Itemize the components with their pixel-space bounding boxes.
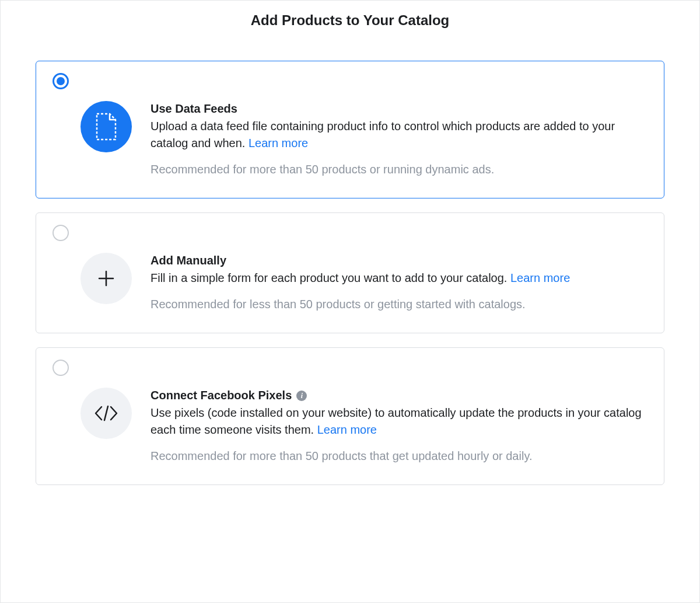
plus-icon <box>80 253 132 304</box>
option-title-text: Add Manually <box>150 254 226 267</box>
learn-more-link[interactable]: Learn more <box>249 137 308 149</box>
file-feed-icon <box>80 101 132 152</box>
option-title: Add Manually <box>150 254 226 267</box>
radio-wrapper <box>52 73 648 89</box>
learn-more-link[interactable]: Learn more <box>317 423 377 436</box>
radio-connect-pixels[interactable] <box>52 360 69 376</box>
card-body: Add Manually Fill in a simple form for e… <box>52 253 648 312</box>
info-icon[interactable]: i <box>296 391 307 401</box>
learn-more-link[interactable]: Learn more <box>510 271 570 284</box>
radio-add-manually[interactable] <box>52 225 69 241</box>
card-text: Add Manually Fill in a simple form for e… <box>150 253 648 312</box>
option-description: Upload a data feed file containing produ… <box>150 118 648 152</box>
option-card-data-feeds[interactable]: Use Data Feeds Upload a data feed file c… <box>36 61 664 198</box>
page-title: Add Products to Your Catalog <box>1 12 699 29</box>
option-title: Use Data Feeds <box>150 102 237 116</box>
option-card-add-manually[interactable]: Add Manually Fill in a simple form for e… <box>36 212 664 333</box>
options-list: Use Data Feeds Upload a data feed file c… <box>1 61 699 485</box>
option-title-text: Use Data Feeds <box>150 102 237 116</box>
card-body: Use Data Feeds Upload a data feed file c… <box>52 101 648 177</box>
option-description-text: Use pixels (code installed on your websi… <box>150 406 642 436</box>
code-icon <box>80 388 132 439</box>
radio-data-feeds[interactable] <box>52 73 69 89</box>
option-card-connect-pixels[interactable]: Connect Facebook Pixels i Use pixels (co… <box>36 347 664 485</box>
radio-dot <box>57 77 65 85</box>
svg-line-2 <box>104 406 108 420</box>
card-text: Connect Facebook Pixels i Use pixels (co… <box>150 388 648 464</box>
card-text: Use Data Feeds Upload a data feed file c… <box>150 101 648 177</box>
option-title-text: Connect Facebook Pixels <box>150 389 292 402</box>
option-description: Fill in a simple form for each product y… <box>150 270 648 287</box>
option-recommendation: Recommended for more than 50 products th… <box>150 448 648 464</box>
card-body: Connect Facebook Pixels i Use pixels (co… <box>52 388 648 464</box>
option-title: Connect Facebook Pixels i <box>150 389 307 402</box>
dialog-container: Add Products to Your Catalog Use Data <box>0 0 700 603</box>
option-description-text: Upload a data feed file containing produ… <box>150 120 615 149</box>
option-description: Use pixels (code installed on your websi… <box>150 405 648 438</box>
option-description-text: Fill in a simple form for each product y… <box>150 271 510 284</box>
radio-wrapper <box>52 225 648 241</box>
radio-wrapper <box>52 360 648 376</box>
option-recommendation: Recommended for more than 50 products or… <box>150 161 648 177</box>
option-recommendation: Recommended for less than 50 products or… <box>150 296 648 312</box>
